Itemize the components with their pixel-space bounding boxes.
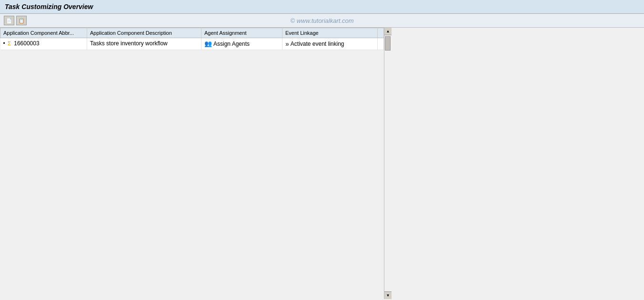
cell-abbr: • Σ 16600003 bbox=[0, 38, 87, 50]
activate-event-link[interactable]: » Activate event linking bbox=[285, 40, 374, 48]
table-row: • Σ 16600003 Tasks store inventory workf… bbox=[0, 38, 384, 50]
toolbar-btn-1[interactable]: 📄 bbox=[4, 16, 14, 25]
main-content: Application Component Abbr... Applicatio… bbox=[0, 28, 644, 299]
watermark: © www.tutorialkart.com bbox=[290, 17, 353, 24]
right-scrollbar[interactable]: ▲ ▼ bbox=[384, 28, 392, 299]
table-header-row: Application Component Abbr... Applicatio… bbox=[0, 28, 384, 38]
table-container: Application Component Abbr... Applicatio… bbox=[0, 28, 392, 299]
scroll-track bbox=[384, 35, 392, 291]
export-icon: 📄 bbox=[6, 18, 12, 23]
col-header-desc: Application Component Description bbox=[87, 28, 201, 38]
scroll-thumb[interactable] bbox=[385, 36, 391, 51]
scroll-up-button[interactable]: ▲ bbox=[384, 28, 392, 35]
abbr-value: 16600003 bbox=[14, 40, 39, 47]
down-arrow-icon: ▼ bbox=[386, 293, 390, 298]
cell-event[interactable]: » Activate event linking bbox=[282, 38, 378, 50]
assign-agents-link[interactable]: 👥 Assign Agents bbox=[204, 40, 279, 47]
cell-agent[interactable]: 👥 Assign Agents bbox=[201, 38, 282, 50]
up-arrow-icon: ▲ bbox=[386, 29, 390, 33]
col-header-event: Event Linkage bbox=[282, 28, 378, 38]
col-header-abbr: Application Component Abbr... bbox=[0, 28, 87, 38]
assign-icon: 👥 bbox=[204, 40, 212, 47]
event-icon: » bbox=[285, 40, 289, 48]
page-title: Task Customizing Overview bbox=[5, 3, 639, 10]
sigma-icon: Σ bbox=[8, 41, 11, 46]
col-header-extra bbox=[378, 28, 384, 38]
bullet-icon: • bbox=[3, 40, 5, 47]
event-label: Activate event linking bbox=[291, 41, 344, 47]
toolbar-btn-2[interactable]: 📋 bbox=[16, 16, 27, 25]
scroll-down-button[interactable]: ▼ bbox=[384, 291, 392, 299]
assign-label: Assign Agents bbox=[213, 41, 250, 47]
col-header-agent: Agent Assignment bbox=[201, 28, 282, 38]
title-bar: Task Customizing Overview bbox=[0, 0, 644, 14]
cell-extra bbox=[378, 38, 384, 50]
toolbar: 📄 📋 © www.tutorialkart.com bbox=[0, 14, 644, 28]
table-scroll-area: Application Component Abbr... Applicatio… bbox=[0, 28, 384, 299]
data-table: Application Component Abbr... Applicatio… bbox=[0, 28, 384, 50]
print-icon: 📋 bbox=[19, 18, 24, 23]
cell-desc: Tasks store inventory workflow bbox=[87, 38, 201, 50]
